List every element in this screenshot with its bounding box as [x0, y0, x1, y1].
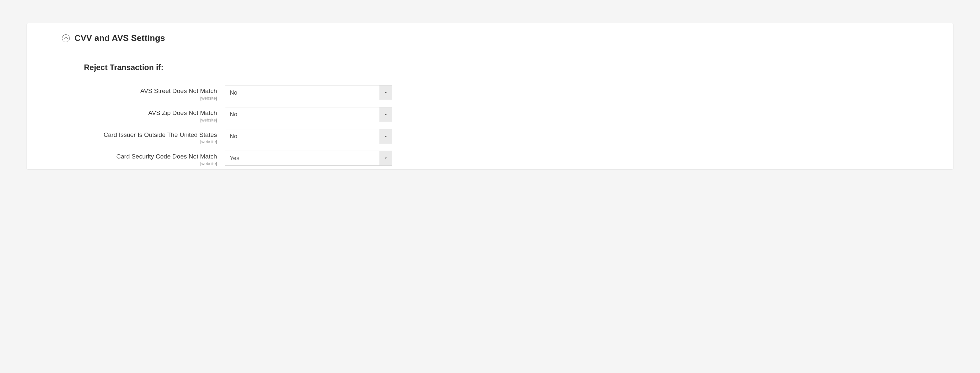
select-avs-zip[interactable]: No — [225, 107, 392, 122]
select-avs-street[interactable]: No — [225, 85, 392, 100]
subsection: Reject Transaction if: AVS Street Does N… — [27, 43, 953, 169]
collapse-up-icon — [62, 34, 70, 42]
field-label-wrap: Card Issuer Is Outside The United States… — [84, 129, 225, 144]
field-row-avs-zip: AVS Zip Does Not Match [website] No — [84, 104, 953, 126]
field-row-card-security-code: Card Security Code Does Not Match [websi… — [84, 148, 953, 169]
field-label: AVS Street Does Not Match — [84, 87, 217, 95]
subsection-title: Reject Transaction if: — [84, 63, 953, 72]
field-scope: [website] — [84, 139, 217, 144]
section-title: CVV and AVS Settings — [75, 33, 165, 43]
page-root: CVV and AVS Settings Reject Transaction … — [0, 0, 980, 170]
field-scope: [website] — [84, 117, 217, 122]
chevron-down-icon — [380, 107, 392, 122]
field-scope: [website] — [84, 161, 217, 166]
select-value: No — [225, 129, 392, 144]
fields-list: AVS Street Does Not Match [website] No A… — [84, 72, 953, 169]
select-value: No — [225, 107, 392, 122]
field-label-wrap: AVS Street Does Not Match [website] — [84, 85, 225, 100]
field-label: Card Issuer Is Outside The United States — [84, 131, 217, 139]
select-value: No — [225, 85, 392, 100]
chevron-down-icon — [380, 129, 392, 144]
settings-panel: CVV and AVS Settings Reject Transaction … — [26, 23, 954, 170]
select-card-issuer[interactable]: No — [225, 129, 392, 144]
field-label-wrap: AVS Zip Does Not Match [website] — [84, 107, 225, 122]
chevron-down-icon — [380, 151, 392, 166]
field-label-wrap: Card Security Code Does Not Match [websi… — [84, 151, 225, 166]
section-header[interactable]: CVV and AVS Settings — [27, 33, 953, 43]
field-row-card-issuer-outside-us: Card Issuer Is Outside The United States… — [84, 126, 953, 148]
select-card-security-code[interactable]: Yes — [225, 151, 392, 166]
field-label: Card Security Code Does Not Match — [84, 152, 217, 160]
chevron-down-icon — [380, 85, 392, 100]
field-scope: [website] — [84, 95, 217, 100]
select-value: Yes — [225, 151, 392, 166]
field-row-avs-street: AVS Street Does Not Match [website] No — [84, 82, 953, 104]
field-label: AVS Zip Does Not Match — [84, 109, 217, 117]
